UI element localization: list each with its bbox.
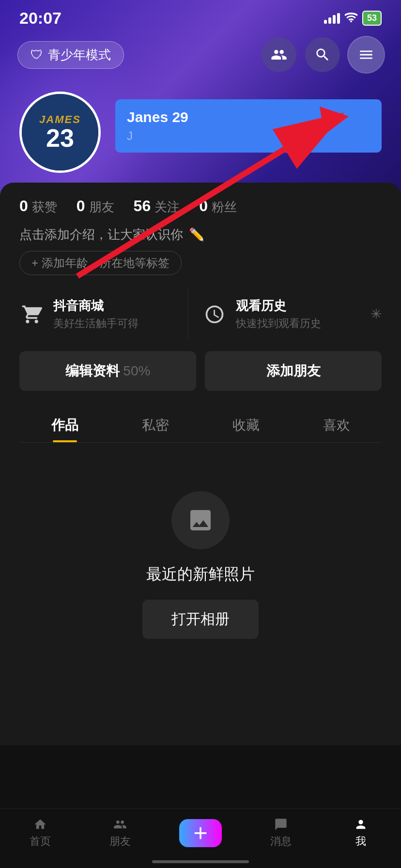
wifi-icon xyxy=(345,12,357,25)
likes-label: 获赞 xyxy=(32,199,57,216)
history-subtitle: 快速找到观看历史 xyxy=(236,316,321,331)
youth-mode-label: 青少年模式 xyxy=(48,46,111,63)
stat-following: 56 关注 xyxy=(134,197,180,216)
nav-home[interactable]: 首页 xyxy=(0,818,80,849)
tab-works[interactable]: 作品 xyxy=(19,406,110,442)
status-icons: 53 xyxy=(324,11,382,26)
edit-profile-button[interactable]: 编辑资料 50% xyxy=(19,351,196,391)
empty-state: 最近的新鲜照片 打开相册 xyxy=(19,443,382,668)
more-icon[interactable]: ✳ xyxy=(370,306,382,322)
shop-subtitle: 美好生活触手可得 xyxy=(53,316,139,331)
tabs-row: 作品 私密 收藏 喜欢 xyxy=(19,406,382,443)
avatar-wrapper: JAMES 23 xyxy=(19,92,101,173)
edit-icon: ✏️ xyxy=(189,227,204,242)
empty-photo-icon xyxy=(171,491,230,549)
stats-row: 0 获赞 0 朋友 56 关注 0 粉丝 xyxy=(19,197,382,216)
following-count: 56 xyxy=(134,197,151,215)
shield-icon: 🛡 xyxy=(31,47,43,62)
username-background: Janes 29 J xyxy=(115,99,382,153)
bottom-nav: 首页 朋友 消息 我 xyxy=(0,808,401,868)
friends-count: 0 xyxy=(77,197,85,215)
open-album-button[interactable]: 打开相册 xyxy=(142,600,259,639)
stat-friends: 0 朋友 xyxy=(77,197,114,216)
add-tag-button[interactable]: + 添加年龄、所在地等标签 xyxy=(19,251,182,275)
menu-icon-button[interactable] xyxy=(349,37,384,72)
friends-icon-button[interactable] xyxy=(262,37,296,72)
username-block: Janes 29 J xyxy=(115,92,382,153)
nav-me-label: 我 xyxy=(355,834,366,849)
top-nav: 🛡 青少年模式 xyxy=(0,32,401,82)
status-time: 20:07 xyxy=(19,9,62,28)
tag-label: + 添加年龄、所在地等标签 xyxy=(31,255,170,271)
nav-messages-label: 消息 xyxy=(270,834,292,849)
tab-private[interactable]: 私密 xyxy=(110,406,200,442)
youth-mode-button[interactable]: 🛡 青少年模式 xyxy=(17,41,124,69)
home-indicator xyxy=(152,860,249,863)
create-button[interactable] xyxy=(179,819,222,847)
bio-placeholder: 点击添加介绍，让大家认识你 xyxy=(19,226,183,243)
nav-messages[interactable]: 消息 xyxy=(241,818,321,849)
bio-row[interactable]: 点击添加介绍，让大家认识你 ✏️ xyxy=(19,226,382,243)
main-content: 0 获赞 0 朋友 56 关注 0 粉丝 点击添加介绍，让大家认识你 ✏️ + … xyxy=(0,183,401,745)
cart-icon xyxy=(19,302,45,327)
likes-count: 0 xyxy=(19,197,28,215)
add-friend-button[interactable]: 添加朋友 xyxy=(205,351,382,391)
action-buttons: 编辑资料 50% 添加朋友 xyxy=(19,351,382,391)
followers-count: 0 xyxy=(199,197,208,215)
stat-likes: 0 获赞 xyxy=(19,197,57,216)
shop-button[interactable]: 抖音商城 美好生活触手可得 xyxy=(19,289,188,340)
clock-icon xyxy=(202,302,227,327)
tab-favorites[interactable]: 收藏 xyxy=(200,406,291,442)
status-bar: 20:07 53 xyxy=(0,0,401,32)
tab-likes[interactable]: 喜欢 xyxy=(291,406,382,442)
nav-home-label: 首页 xyxy=(30,834,51,849)
user-id: J xyxy=(127,129,370,143)
history-title: 观看历史 xyxy=(236,297,321,314)
nav-icons xyxy=(262,37,384,72)
username: Janes 29 xyxy=(127,109,370,125)
nav-friends[interactable]: 朋友 xyxy=(80,818,161,849)
nav-friends-label: 朋友 xyxy=(109,834,131,849)
followers-label: 粉丝 xyxy=(212,199,237,216)
quick-actions: 抖音商城 美好生活触手可得 观看历史 快速找到观看历史 ✳ xyxy=(19,289,382,340)
signal-icon xyxy=(324,13,340,24)
following-label: 关注 xyxy=(154,199,180,216)
friends-label: 朋友 xyxy=(89,199,114,216)
avatar: JAMES 23 xyxy=(19,92,101,173)
battery-icon: 53 xyxy=(362,11,382,26)
profile-completion: 50% xyxy=(120,363,151,378)
shop-title: 抖音商城 xyxy=(53,297,139,314)
search-icon-button[interactable] xyxy=(305,37,340,72)
nav-create[interactable] xyxy=(160,819,241,847)
history-button[interactable]: 观看历史 快速找到观看历史 xyxy=(188,289,370,340)
stat-followers: 0 粉丝 xyxy=(199,197,237,216)
jersey-number: 23 xyxy=(46,125,74,151)
empty-title: 最近的新鲜照片 xyxy=(146,564,255,585)
nav-me[interactable]: 我 xyxy=(321,818,401,849)
profile-section: JAMES 23 Janes 29 J xyxy=(0,82,401,187)
